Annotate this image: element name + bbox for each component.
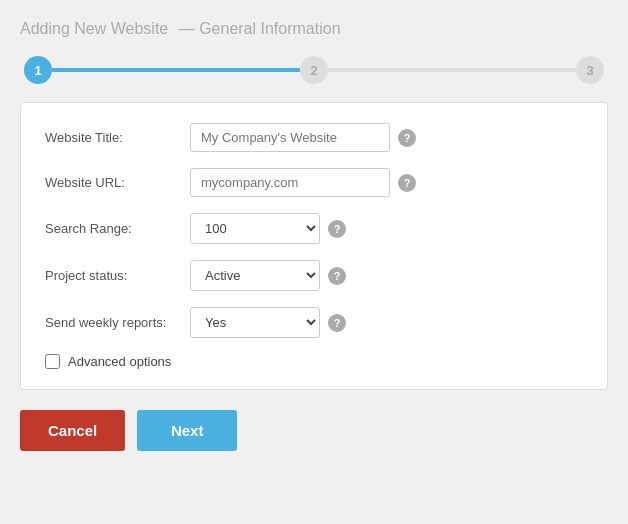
title-main: Adding New Website — [20, 20, 168, 37]
step-2: 2 — [300, 56, 328, 84]
advanced-options-label[interactable]: Advanced options — [68, 354, 171, 369]
field-weekly-reports: Send weekly reports: Yes No ? — [45, 307, 583, 338]
input-wrapper-title — [190, 123, 390, 152]
weekly-reports-select[interactable]: Yes No — [190, 307, 320, 338]
field-website-url: Website URL: ? — [45, 168, 583, 197]
input-wrapper-url — [190, 168, 390, 197]
search-range-select[interactable]: 100 200 500 — [190, 213, 320, 244]
stepper-line-2 — [328, 68, 576, 72]
next-button[interactable]: Next — [137, 410, 237, 451]
website-url-input[interactable] — [190, 168, 390, 197]
label-search-range: Search Range: — [45, 221, 190, 236]
page-title: Adding New Website — General Information — [20, 20, 341, 37]
label-weekly-reports: Send weekly reports: — [45, 315, 190, 330]
field-website-title: Website Title: ? — [45, 123, 583, 152]
help-icon-weekly-reports[interactable]: ? — [328, 314, 346, 332]
website-title-input[interactable] — [190, 123, 390, 152]
label-website-title: Website Title: — [45, 130, 190, 145]
step-3: 3 — [576, 56, 604, 84]
button-row: Cancel Next — [20, 410, 608, 451]
cancel-button[interactable]: Cancel — [20, 410, 125, 451]
field-project-status: Project status: Active Inactive Pending … — [45, 260, 583, 291]
project-status-select[interactable]: Active Inactive Pending — [190, 260, 320, 291]
help-icon-title[interactable]: ? — [398, 129, 416, 147]
stepper-line-1 — [52, 68, 300, 72]
stepper: 1 2 3 — [20, 56, 608, 84]
advanced-options-checkbox[interactable] — [45, 354, 60, 369]
step-1: 1 — [24, 56, 52, 84]
advanced-options-row: Advanced options — [45, 354, 583, 369]
page-header: Adding New Website — General Information — [20, 20, 608, 38]
help-icon-search-range[interactable]: ? — [328, 220, 346, 238]
help-icon-url[interactable]: ? — [398, 174, 416, 192]
label-website-url: Website URL: — [45, 175, 190, 190]
title-sub: — General Information — [179, 20, 341, 37]
help-icon-project-status[interactable]: ? — [328, 267, 346, 285]
field-search-range: Search Range: 100 200 500 ? — [45, 213, 583, 244]
label-project-status: Project status: — [45, 268, 190, 283]
form-card: Website Title: ? Website URL: ? Search R… — [20, 102, 608, 390]
